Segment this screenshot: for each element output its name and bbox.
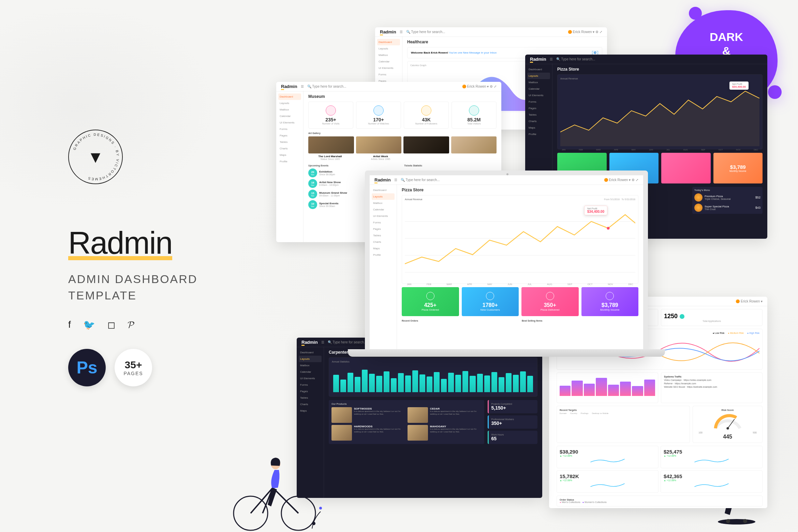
stat-card: 43KNumber of Followers (404, 102, 449, 129)
instagram-icon[interactable]: ◻ (107, 319, 115, 330)
sidebar-item-dashboard[interactable]: Dashboard (377, 39, 400, 45)
search-input[interactable]: 🔍 Type here for search... (307, 85, 346, 88)
art-thumb[interactable] (308, 136, 354, 153)
svg-point-15 (743, 519, 747, 523)
search-input[interactable]: 🔍 Type here for search... (401, 178, 440, 182)
sidebar-item-dashboard[interactable]: Dashboard (278, 93, 301, 100)
art-thumb[interactable] (403, 136, 449, 153)
product-thumb[interactable] (331, 425, 352, 441)
victor-themes-badge: GRAPHIC DESIGNS · BY VICTORTHEMES ▼ (68, 130, 123, 184)
panel-pizza-light: Radmin☰ 🔍 Type here for search... 🟠 Eric… (370, 175, 643, 350)
menu-item[interactable]: Premium PizzaTriple Cheese, Seasonal $52 (694, 193, 760, 202)
inbox-link[interactable]: You've one New Message in your Inbox (449, 51, 497, 54)
pages-count-badge: 35+ PAGES (115, 349, 152, 386)
side-stat: Work Hours 65 (488, 431, 538, 444)
cta-card[interactable]: 425+Pizza Ordered (402, 287, 459, 316)
side-stat: Projects Completed 5,150+ (488, 400, 538, 413)
product-thumb[interactable] (408, 407, 428, 423)
hero-left: GRAPHIC DESIGNS · BY VICTORTHEMES ▼ Radm… (68, 130, 246, 386)
photoshop-badge: Ps (68, 349, 106, 386)
laptop-base (348, 349, 665, 357)
radmin-logo: Radmin (380, 29, 396, 34)
pinterest-icon[interactable]: 𝓟 (128, 319, 134, 330)
art-thumb[interactable] (356, 136, 402, 153)
cta-card[interactable]: 1780+New Customers (462, 287, 519, 316)
sidebar-item-layouts[interactable]: Layouts (377, 45, 400, 52)
money-card: $42,365 ▲ +12.08% (661, 470, 763, 493)
money-card: 15,782K ▲ +12.08% (557, 470, 659, 493)
sidebar-item-forms[interactable]: Forms (377, 71, 400, 78)
product-thumb[interactable] (331, 407, 352, 423)
money-card: $38,290 ▲ +12.08% (557, 446, 659, 468)
menu-item[interactable]: Super Special PizzaThin Crust $43 (694, 204, 760, 212)
social-row: f 🐦 ◻ 𝓟 (68, 319, 246, 330)
search-input[interactable]: 🔍 Type here for search... (556, 57, 595, 61)
stat-card: 85.2MTotal Visitors (452, 102, 497, 129)
svg-point-7 (726, 427, 729, 429)
panel-carpenter: Radmin☰🔍 Type here for search... Dashboa… (297, 338, 542, 498)
svg-point-13 (718, 519, 755, 524)
page-title: Healthcare (407, 40, 602, 44)
search-input[interactable]: 🔍 Type here for search... (406, 30, 445, 34)
art-thumb[interactable] (451, 136, 497, 153)
revenue-chart-dark (560, 80, 759, 149)
svg-point-12 (319, 507, 322, 509)
sidebar-item-calendar[interactable]: Calendar (377, 58, 400, 65)
brand-logo: Radmin (68, 225, 246, 261)
twitter-icon[interactable]: 🐦 (83, 319, 95, 330)
risk-gauge (712, 411, 743, 430)
stat-card: 235+Number of Visits (308, 102, 353, 129)
svg-text:GRAPHIC DESIGNS · BY VICTORTHE: GRAPHIC DESIGNS · BY VICTORTHEMES (73, 133, 120, 181)
stat-card: 170+Number of Watches (356, 102, 401, 129)
side-stat: Professional Workers 350+ (488, 415, 538, 429)
sidebar-item-mailbox[interactable]: Mailbox (377, 52, 400, 58)
cta-card[interactable]: 350+Pizza Delivered (521, 287, 579, 316)
product-thumb[interactable] (408, 425, 428, 441)
svg-point-14 (726, 519, 730, 523)
facebook-icon[interactable]: f (68, 319, 71, 330)
sidebar-item-ui[interactable]: UI Elements (377, 65, 400, 71)
money-card: $25,475 ▲ +12.08% (661, 446, 763, 468)
svg-point-5 (607, 227, 609, 230)
laptop-frame: Radmin☰ 🔍 Type here for search... 🟠 Eric… (365, 171, 648, 355)
brand-subtitle: ADMIN DASHBOARD TEMPLATE (68, 271, 246, 304)
cta-card[interactable]: $3,789Monthly Income (581, 287, 639, 316)
